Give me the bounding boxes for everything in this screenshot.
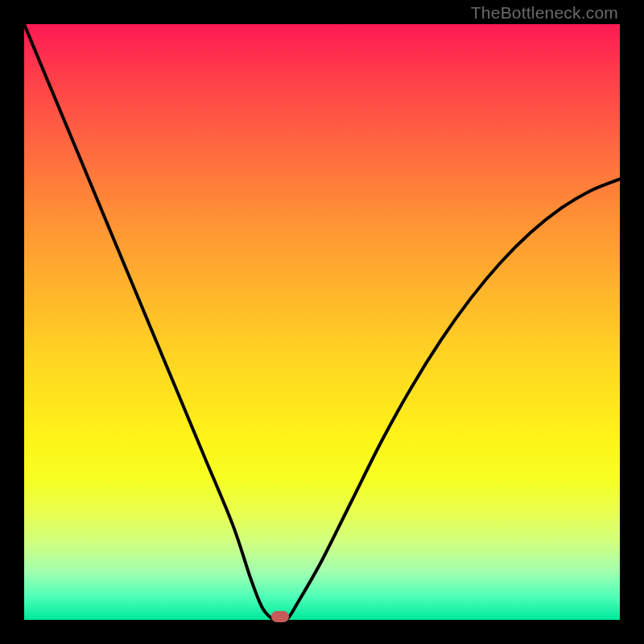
optimal-marker [271,611,289,622]
watermark-text: TheBottleneck.com [471,3,618,23]
chart-frame: TheBottleneck.com [0,0,644,644]
bottleneck-curve [24,24,620,620]
